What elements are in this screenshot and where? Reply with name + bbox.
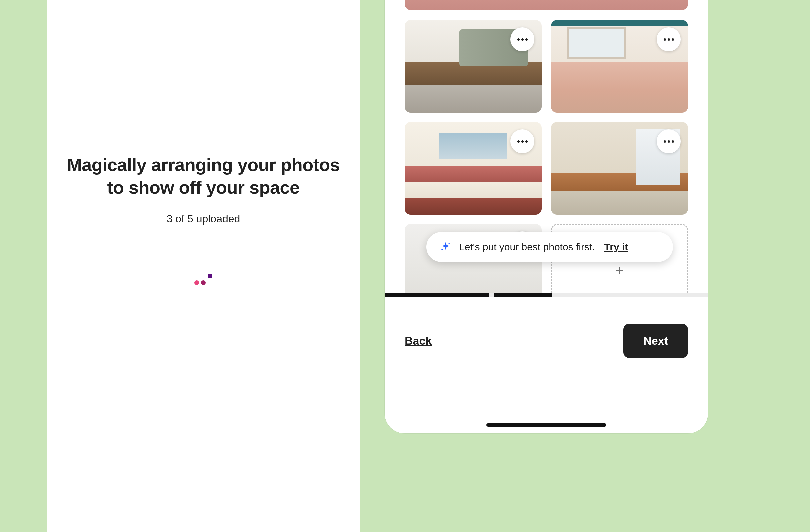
plus-icon: +: [615, 261, 624, 279]
back-button[interactable]: Back: [405, 334, 432, 347]
photo-thumbnail[interactable]: [405, 122, 542, 215]
spinner-dot: [208, 274, 212, 278]
spinner-dot: [194, 280, 199, 285]
ellipsis-icon: [668, 140, 670, 143]
home-indicator: [486, 423, 606, 427]
phone-mockup: + Let's put your best photos first. Try …: [385, 0, 708, 433]
ellipsis-icon: [525, 140, 528, 143]
progress-segment: [494, 293, 599, 297]
ellipsis-icon: [664, 140, 666, 143]
photo-options-button[interactable]: [657, 27, 681, 51]
loading-heading: Magically arranging your photos to show …: [67, 154, 340, 199]
tooltip-text: Let's put your best photos first.: [459, 241, 595, 253]
progress-bar: [385, 293, 708, 297]
photo-options-button[interactable]: [510, 129, 534, 153]
photo-options-button[interactable]: [510, 27, 534, 51]
heading-line-2: to show off your space: [107, 177, 299, 197]
ellipsis-icon: [664, 38, 666, 41]
try-it-link[interactable]: Try it: [604, 241, 628, 253]
photo-grid: +: [405, 20, 688, 317]
loading-panel: Magically arranging your photos to show …: [47, 0, 360, 532]
ellipsis-icon: [517, 38, 520, 41]
ellipsis-icon: [525, 38, 528, 41]
ellipsis-icon: [668, 38, 670, 41]
ellipsis-icon: [672, 38, 674, 41]
loading-content: Magically arranging your photos to show …: [67, 154, 340, 285]
footer-bar: Back Next: [385, 297, 708, 384]
photo-options-button[interactable]: [657, 129, 681, 153]
arrange-tooltip: Let's put your best photos first. Try it: [426, 232, 673, 262]
heading-line-1: Magically arranging your photos: [67, 155, 340, 175]
upload-status: 3 of 5 uploaded: [67, 213, 340, 225]
ellipsis-icon: [517, 140, 520, 143]
ellipsis-icon: [521, 140, 524, 143]
hero-photo-thumbnail[interactable]: [405, 0, 688, 10]
loading-spinner-icon: [67, 272, 340, 285]
photo-thumbnail[interactable]: [551, 20, 688, 113]
phone-content: + Let's put your best photos first. Try …: [385, 0, 708, 433]
ellipsis-icon: [672, 140, 674, 143]
progress-segment: [385, 293, 489, 297]
photo-thumbnail[interactable]: [405, 20, 542, 113]
ellipsis-icon: [521, 38, 524, 41]
next-button[interactable]: Next: [623, 324, 688, 358]
sparkle-icon: [440, 241, 452, 253]
photo-thumbnail[interactable]: [551, 122, 688, 215]
progress-segment: [603, 293, 708, 297]
spinner-dot: [201, 280, 206, 285]
